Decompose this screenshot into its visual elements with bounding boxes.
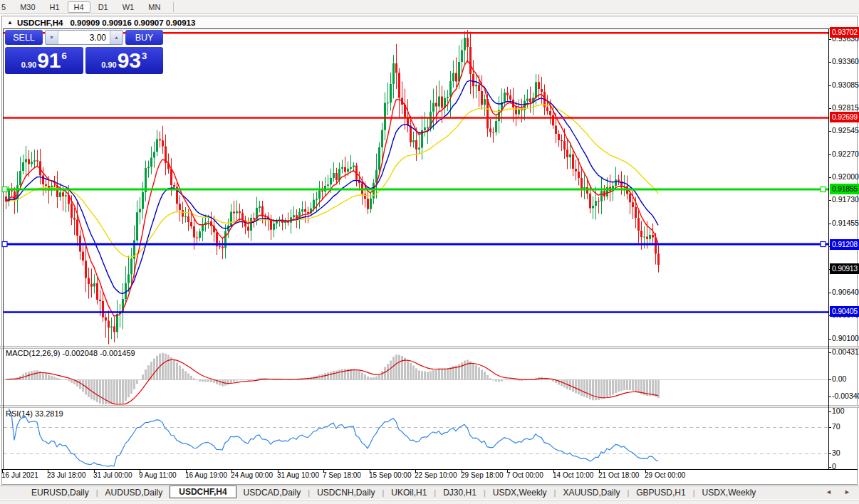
sell-price-pip: 6 (62, 51, 67, 61)
support-line-price-badge: 0.90405 (830, 306, 859, 317)
timeframe-button-M30[interactable]: M30 (14, 1, 41, 13)
chart-title-bar: ▲ USDCHF,H4 0.90909 0.90916 0.90907 0.90… (2, 16, 856, 28)
sell-price-big-digits: 91 (37, 50, 61, 71)
chart-tab-usdchf-h4[interactable]: USDCHF,H4 (170, 485, 236, 498)
time-axis-label: 7 Sep 18:00 (323, 471, 361, 479)
price-axis-tick: 0.90640 (832, 288, 859, 297)
macd-histogram (5, 353, 660, 404)
indicator-axis-tick: 70 (832, 422, 840, 431)
tabs-scroll-left-icon[interactable]: ◄ (826, 488, 832, 495)
chart-tabs-bar: EURUSD,Daily|AUDUSD,DailyUSDCHF,H4USDCAD… (0, 485, 859, 499)
one-click-trading-panel: SELL ▼ 3.00 ▲ BUY 0.90 91 6 0.90 93 3 (5, 30, 163, 74)
resistance-line-price-badge: 0.92699 (830, 112, 859, 122)
price-axis-tick: 0.91455 (832, 219, 859, 228)
chart-tab-eurusd-daily[interactable]: EURUSD,Daily (24, 487, 96, 498)
macd-indicator-label: MACD(12,26,9) -0.002048 -0.001459 (6, 349, 135, 357)
time-axis-label: 16 Jul 2021 (1, 471, 38, 479)
chart-tab-usdx-weekly[interactable]: USDX,Weekly (695, 487, 764, 498)
chart-tab-dj30-h1[interactable]: DJ30,H1 (436, 487, 484, 498)
chart-tab-xauusd-daily[interactable]: XAUUSD,Daily (556, 487, 627, 498)
indicator-axis-tick: 30 (832, 448, 840, 458)
time-axis-label: 29 Sep 18:00 (461, 471, 504, 479)
volume-increase-button[interactable]: ▲ (110, 31, 123, 44)
rsi-indicator-label: RSI(14) 33.2819 (6, 409, 63, 418)
tabs-scroll-right-icon[interactable]: ► (844, 488, 850, 495)
chart-tab-ukoil-h1[interactable]: UKOil,H1 (384, 487, 434, 498)
time-axis-label: 29 Oct 00:00 (645, 471, 685, 479)
chart-canvas[interactable] (0, 0, 859, 504)
price-axis-tick: 0.90100 (832, 334, 859, 343)
time-axis-label: 16 Aug 19:00 (185, 471, 227, 479)
candles-bullish (8, 31, 651, 340)
price-axis-tick: 0.91730 (832, 195, 859, 204)
time-axis-label: 7 Oct 00:00 (506, 471, 543, 479)
horizontal-line-0.91855[interactable] (2, 187, 828, 192)
toolbar-separator (173, 2, 174, 12)
indicator-axis-tick: 100 (832, 406, 845, 416)
indicator-axis-tick: 0 (832, 462, 836, 471)
price-axis-tick: 0.92000 (832, 172, 859, 182)
timeframe-button-W1[interactable]: W1 (116, 1, 141, 13)
timeframe-button-H4[interactable]: H4 (68, 1, 90, 13)
time-axis-label: 14 Oct 10:00 (553, 471, 593, 479)
timeframe-button-5[interactable]: 5 (0, 1, 12, 13)
status-bar (0, 500, 859, 504)
buy-button[interactable]: BUY (125, 30, 163, 45)
buy-price-prefix: 0.90 (101, 61, 116, 69)
price-axis-tick: 0.93360 (832, 57, 859, 66)
indicator-axis-tick: 0.00431 (832, 347, 859, 357)
resistance-line-price-badge: 0.93702 (830, 27, 859, 38)
current-price-badge: 0.90913 (830, 263, 859, 274)
time-axis-label: 9 Aug 11:00 (139, 471, 177, 479)
buy-price-display[interactable]: 0.90 93 3 (85, 47, 164, 74)
buy-price-big-digits: 93 (118, 50, 141, 71)
collapse-chart-icon[interactable]: ▲ (7, 19, 13, 26)
volume-spinner: ▼ 3.00 ▲ (45, 30, 123, 45)
price-axis-tick: 0.93085 (832, 80, 859, 90)
chart-tab-usdcad-daily[interactable]: USDCAD,Daily (236, 487, 308, 498)
support-line-price-badge: 0.91855 (830, 184, 859, 194)
sell-price-display[interactable]: 0.90 91 6 (5, 47, 83, 74)
price-axis-tick: 0.92270 (832, 149, 859, 159)
price-axis-tick: 0.92545 (832, 126, 859, 135)
chart-tab-gbpusd-h1[interactable]: GBPUSD,H1 (629, 487, 692, 498)
time-axis-label: 22 Sep 10:00 (415, 471, 457, 479)
chart-ohlc-values: 0.90909 0.90916 0.90907 0.90913 (70, 19, 195, 27)
time-axis-label: 23 Jul 18:00 (47, 471, 86, 479)
chart-tab-usdx-weekly[interactable]: USDX,Weekly (486, 487, 554, 498)
indicator-axis-tick: 0.00 (832, 374, 846, 384)
time-axis-label: 15 Sep 00:00 (369, 471, 412, 479)
sell-price-prefix: 0.90 (21, 61, 36, 69)
time-axis-label: 21 Oct 18:00 (598, 471, 639, 479)
timeframe-button-MN[interactable]: MN (142, 1, 167, 13)
timeframe-button-D1[interactable]: D1 (92, 1, 115, 13)
chart-tab-usdcnh-daily[interactable]: USDCNH,Daily (310, 487, 382, 498)
rsi-line (9, 409, 658, 466)
horizontal-line-0.91208[interactable] (2, 242, 828, 247)
indicator-axis-tick: -0.003405 (832, 392, 859, 401)
sell-button[interactable]: SELL (5, 30, 43, 45)
time-axis-label: 31 Aug 10:00 (277, 471, 319, 479)
volume-decrease-button[interactable]: ▼ (46, 31, 58, 44)
support-line-price-badge: 0.91208 (830, 239, 859, 250)
buy-price-pip: 3 (142, 51, 147, 61)
time-axis-label: 31 Jul 00:00 (93, 471, 132, 479)
chart-tab-audusd-daily[interactable]: AUDUSD,Daily (98, 487, 170, 498)
time-axis-label: 24 Aug 00:00 (231, 471, 273, 479)
volume-input[interactable]: 3.00 (58, 31, 110, 44)
chart-symbol-title: USDCHF,H4 (17, 19, 63, 27)
timeframe-toolbar: 5M30H1H4D1W1MN (0, 0, 859, 14)
timeframe-button-H1[interactable]: H1 (43, 1, 66, 13)
